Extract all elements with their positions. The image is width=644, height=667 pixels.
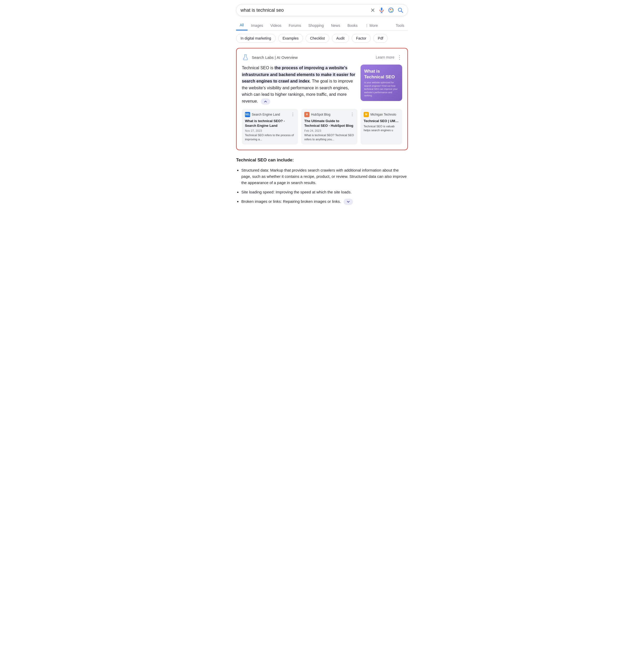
lens-icon[interactable] [388, 7, 394, 13]
source-card-sel[interactable]: SEL Search Engine Land ⋮ What is technic… [242, 109, 298, 145]
source-card-mich-site: M Michigan Technolo [364, 112, 396, 117]
source-card-hub-date: Feb 24, 2023 [304, 129, 354, 132]
svg-point-7 [246, 59, 246, 59]
tab-more[interactable]: ⋮ More [361, 21, 382, 30]
bullet-site-speed: Site loading speed: Improving the speed … [241, 189, 408, 195]
bullet-broken-images: Broken images or links: Repairing broken… [241, 198, 408, 205]
source-card-mich[interactable]: M Michigan Technolo Technical SEO | UMC … [361, 109, 402, 145]
svg-point-6 [244, 58, 245, 59]
flask-icon [242, 54, 249, 61]
tab-forums[interactable]: Forums [285, 21, 304, 30]
clear-icon[interactable] [370, 7, 375, 13]
below-section: Technical SEO can include: Structured da… [236, 157, 408, 205]
source-card-hub-header: H HubSpot Blog ⋮ [304, 112, 354, 117]
tab-shopping[interactable]: Shopping [305, 21, 328, 30]
expand-button[interactable] [344, 199, 353, 205]
source-card-sel-header: SEL Search Engine Land ⋮ [245, 112, 295, 117]
source-card-hub-menu[interactable]: ⋮ [350, 112, 354, 117]
ai-text-prefix: Technical SEO is [242, 66, 274, 70]
ai-header-left: Search Labs | AI Overview [242, 54, 298, 61]
search-icons [370, 7, 403, 13]
tab-books[interactable]: Books [344, 21, 361, 30]
pill-examples[interactable]: Examples [278, 34, 303, 43]
ai-overview-box: Search Labs | AI Overview Learn more ⋮ T… [236, 48, 408, 150]
ai-text-body: Technical SEO is the process of improvin… [242, 65, 357, 105]
source-favicon-hub: H [304, 112, 310, 117]
source-card-sel-date: Nov 27, 2023 [245, 129, 295, 132]
ai-header-right: Learn more ⋮ [376, 55, 402, 60]
source-card-hub-site: H HubSpot Blog [304, 112, 330, 117]
pill-factor[interactable]: Factor [352, 34, 371, 43]
mic-icon[interactable] [379, 7, 385, 13]
pill-digital-marketing[interactable]: In digital marketing [236, 34, 276, 43]
source-favicon-mich: M [364, 112, 369, 117]
source-card-sel-title: What is technical SEO? - Search Engine L… [245, 119, 295, 128]
search-bar: what is technical seo [236, 4, 408, 16]
source-card-sel-menu[interactable]: ⋮ [291, 112, 295, 117]
ai-thumbnail-subtitle: Is your website optimized for search eng… [364, 81, 398, 97]
tab-all[interactable]: All [236, 20, 248, 31]
ai-header-label: Search Labs | AI Overview [252, 55, 298, 60]
tab-news[interactable]: News [328, 21, 344, 30]
svg-line-5 [401, 11, 403, 13]
source-cards: SEL Search Engine Land ⋮ What is technic… [242, 109, 402, 145]
source-favicon-sel: SEL [245, 112, 250, 117]
source-card-hub-snippet: What is technical SEO? Technical SEO ref… [304, 133, 354, 141]
svg-rect-0 [381, 7, 382, 11]
bullet-list: Structured data: Markup that provides se… [236, 167, 408, 205]
source-card-sel-snippet: Technical SEO refers to the process of i… [245, 133, 295, 141]
source-card-mich-title: Technical SEO | UMC Tech [364, 119, 399, 124]
suggestion-pills: In digital marketing Examples Checklist … [236, 34, 408, 43]
ai-thumbnail-title: What isTechnical SEO [364, 68, 395, 80]
tab-images[interactable]: Images [248, 21, 267, 30]
ai-thumbnail: What isTechnical SEO Is your website opt… [361, 65, 402, 101]
source-card-sel-site: SEL Search Engine Land [245, 112, 280, 117]
ai-overview-header: Search Labs | AI Overview Learn more ⋮ [242, 54, 402, 61]
pill-pdf[interactable]: Pdf [373, 34, 387, 43]
below-title: Technical SEO can include: [236, 157, 408, 164]
nav-tabs: All Images Videos Forums Shopping News B… [236, 20, 408, 31]
pill-checklist[interactable]: Checklist [306, 34, 329, 43]
bullet-structured-data: Structured data: Markup that provides se… [241, 167, 408, 186]
source-card-mich-header: M Michigan Technolo [364, 112, 399, 117]
ai-menu-icon[interactable]: ⋮ [397, 55, 402, 60]
source-card-hub-title: The Ultimate Guide to Technical SEO - Hu… [304, 119, 354, 128]
collapse-button[interactable] [261, 98, 270, 105]
tab-tools[interactable]: Tools [392, 21, 408, 30]
tab-videos[interactable]: Videos [267, 21, 285, 30]
source-card-hub[interactable]: H HubSpot Blog ⋮ The Ultimate Guide to T… [301, 109, 358, 145]
pill-audit[interactable]: Audit [332, 34, 349, 43]
learn-more-link[interactable]: Learn more [376, 55, 394, 59]
search-input[interactable]: what is technical seo [241, 7, 367, 13]
search-submit-icon[interactable] [397, 7, 403, 13]
ai-content: Technical SEO is the process of improvin… [242, 65, 402, 105]
source-card-mich-snippet: Technical SEO is valuab helps search eng… [364, 125, 399, 132]
